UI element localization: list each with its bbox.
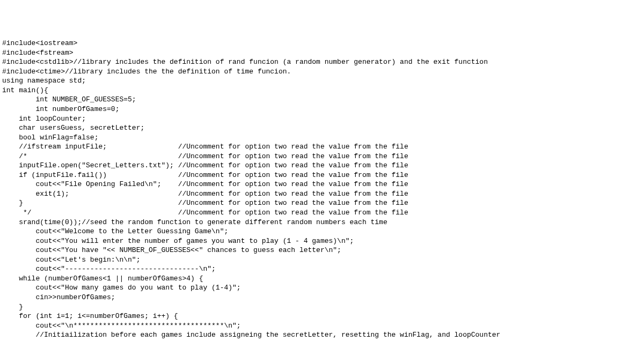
code-line: cout<<"Let's begin:\n\n"; xyxy=(2,255,642,265)
code-line: } xyxy=(2,302,642,312)
code-line: if (inputFile.fail()) //Uncomment for op… xyxy=(2,171,642,180)
code-line: int NUMBER_OF_GUESSES=5; xyxy=(2,95,642,105)
code-line: exit(1); //Uncomment for option two read… xyxy=(2,189,642,199)
code-line: cout<<"You will enter the number of game… xyxy=(2,236,642,246)
code-line: */ //Uncomment for option two read the v… xyxy=(2,208,642,218)
code-line: char usersGuess, secretLetter; xyxy=(2,123,642,133)
code-line: #include<iostream> xyxy=(2,39,642,48)
code-line: int loopCounter; xyxy=(2,114,642,124)
code-line: #include<ctime>//library includes the th… xyxy=(2,67,642,77)
code-line: int numberOfGames=0; xyxy=(2,105,642,114)
code-line: while (numberOfGames<1 || numberOfGames>… xyxy=(2,274,642,284)
code-line: cin>>numberOfGames; xyxy=(2,293,642,302)
code-line: srand(time(0));//seed the random functio… xyxy=(2,218,642,227)
code-line: #include<fstream> xyxy=(2,48,642,58)
code-line: //Initiailization before each games incl… xyxy=(2,330,642,340)
code-line: for (int i=1; i<=numberOfGames; i++) { xyxy=(2,312,642,321)
code-line: inputFile.open("Secret_Letters.txt"); //… xyxy=(2,161,642,171)
code-block: #include<iostream>#include<fstream>#incl… xyxy=(0,38,644,341)
code-line: cout<<"Welcome to the Letter Guessing Ga… xyxy=(2,227,642,236)
code-line: bool winFlag=false; xyxy=(2,133,642,143)
code-line: using namespace std; xyxy=(2,76,642,86)
code-line: cout<<"--------------------------------\… xyxy=(2,264,642,274)
code-line: #include<cstdlib>//library includes the … xyxy=(2,57,642,67)
code-line: cout<<"File Opening Failed\n"; //Uncomme… xyxy=(2,180,642,189)
code-line: int main(){ xyxy=(2,86,642,95)
code-line: } //Uncomment for option two read the va… xyxy=(2,198,642,208)
code-line: cout<<"You have "<< NUMBER_OF_GUESSES<<"… xyxy=(2,246,642,255)
code-line: /* //Uncomment for option two read the v… xyxy=(2,152,642,161)
code-line: cout<<"How many games do you want to pla… xyxy=(2,283,642,293)
code-line: cout<<"\n*******************************… xyxy=(2,321,642,331)
code-line: //ifstream inputFile; //Uncomment for op… xyxy=(2,142,642,152)
